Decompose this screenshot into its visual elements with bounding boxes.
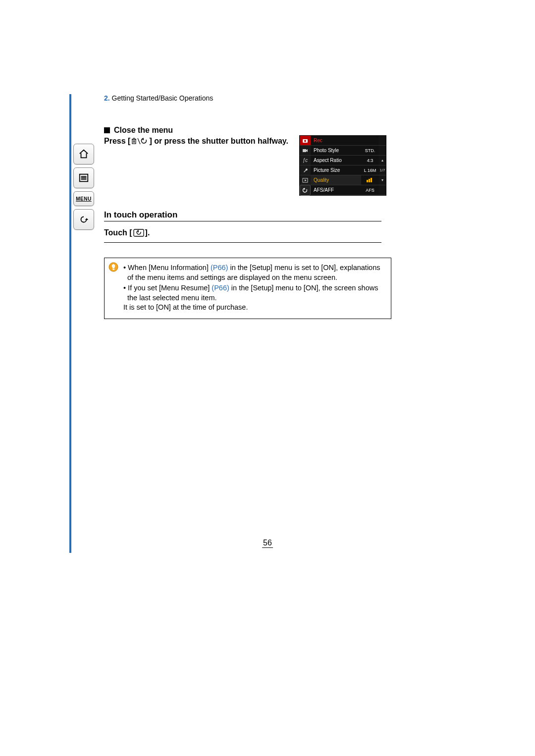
- sidebar-nav: MENU: [72, 144, 96, 230]
- lcd-row-value: [361, 175, 379, 185]
- svg-rect-18: [369, 179, 370, 182]
- lcd-back-tab: [300, 185, 311, 195]
- contents-button[interactable]: [73, 167, 94, 188]
- back-arrow-icon: [78, 214, 89, 225]
- svg-rect-15: [303, 149, 306, 152]
- touch-text-after: ].: [145, 228, 150, 237]
- info-note-box: • When [Menu Information] (P66) in the […: [104, 258, 391, 319]
- info-note-body: • When [Menu Information] (P66) in the […: [123, 263, 386, 313]
- svg-rect-19: [371, 178, 372, 182]
- svg-point-14: [304, 140, 306, 142]
- lcd-tab-custom: ƒc: [300, 156, 311, 165]
- press-text-before: Press [: [104, 137, 130, 146]
- lcd-page-indicator: 1/7: [379, 165, 386, 175]
- lcd-row-label: Photo Style: [311, 146, 361, 156]
- note-bullet-2: • If you set [Menu Resume] (P66) in the …: [123, 283, 386, 313]
- trash-return-icon: [131, 137, 148, 145]
- lcd-row-value: STD.: [361, 146, 379, 156]
- lcd-scroll-spacer: [379, 136, 386, 146]
- note2-a: If you set [Menu Resume]: [128, 284, 212, 292]
- main-content: 2. Getting Started/Basic Operations Clos…: [104, 94, 386, 319]
- home-button[interactable]: [73, 144, 94, 164]
- lcd-row-value: 4:3: [361, 156, 379, 165]
- lcd-scroll-down: ▾: [379, 175, 386, 185]
- camera-icon: [302, 138, 308, 144]
- lcd-tab-motion: [300, 146, 311, 156]
- svg-rect-4: [132, 139, 136, 144]
- note1-a: When [Menu Information]: [128, 264, 211, 271]
- lcd-tab-rec: [300, 136, 311, 146]
- svg-rect-17: [367, 180, 368, 182]
- side-accent-line: [69, 94, 71, 553]
- press-text-after: ] or press the shutter button halfway.: [149, 137, 288, 146]
- lightbulb-icon: [108, 262, 118, 272]
- touch-operation-heading-text: In touch operation: [104, 210, 177, 219]
- touch-text-before: Touch [: [104, 228, 132, 237]
- manual-page: MENU 2. Getting Started/Basic Operations…: [0, 0, 535, 756]
- lcd-row-value: L 16M: [361, 165, 379, 175]
- lcd-header-spacer: [361, 136, 379, 146]
- lcd-back-highlight: [300, 185, 311, 196]
- list-icon: [78, 172, 89, 183]
- touch-operation-heading: In touch operation: [104, 210, 381, 221]
- quality-icon: [366, 178, 374, 183]
- lcd-row-label-highlight: Quality: [311, 175, 361, 185]
- lcd-row-label: Aspect Ratio: [311, 156, 361, 165]
- svg-rect-12: [112, 269, 114, 270]
- return-icon: [133, 229, 144, 237]
- lcd-scroll-spacer: [379, 185, 386, 195]
- menu-button-label: MENU: [76, 196, 91, 202]
- return-icon: [302, 187, 309, 193]
- square-bullet-icon: [104, 127, 110, 133]
- breadcrumb: 2. Getting Started/Basic Operations: [104, 94, 386, 102]
- chapter-title: Getting Started/Basic Operations: [112, 94, 214, 102]
- lcd-row-label: AFS/AFF: [311, 185, 361, 195]
- video-icon: [302, 148, 308, 153]
- close-menu-heading: Close the menu: [104, 126, 386, 135]
- lcd-scroll-up: ▴: [379, 156, 386, 165]
- lcd-scroll-spacer: [379, 146, 386, 156]
- custom-icon: ƒc: [303, 158, 308, 163]
- chapter-number: 2.: [104, 94, 110, 102]
- link-p66-a[interactable]: (P66): [211, 264, 228, 271]
- lcd-tab-playback: [300, 175, 311, 185]
- page-number: 56: [262, 539, 273, 548]
- close-menu-heading-text: Close the menu: [114, 126, 173, 135]
- touch-instruction: Touch [ ].: [104, 228, 381, 243]
- wrench-icon: [302, 167, 308, 173]
- lcd-row-value: AFS: [361, 185, 379, 195]
- menu-button[interactable]: MENU: [73, 191, 94, 206]
- lcd-header: Rec: [311, 136, 361, 146]
- home-icon: [78, 149, 89, 160]
- lcd-tab-setup: [300, 165, 311, 175]
- camera-menu-screenshot: Rec Photo Style STD. ƒc Aspect Ratio 4:3…: [299, 135, 386, 196]
- link-p66-b[interactable]: (P66): [212, 284, 229, 292]
- note-bullet-1: • When [Menu Information] (P66) in the […: [123, 263, 386, 282]
- back-button[interactable]: [73, 209, 94, 230]
- lcd-row-label: Picture Size: [311, 165, 361, 175]
- play-icon: [302, 178, 308, 183]
- note2-c: It is set to [ON] at the time of purchas…: [127, 303, 386, 313]
- svg-line-9: [138, 138, 140, 144]
